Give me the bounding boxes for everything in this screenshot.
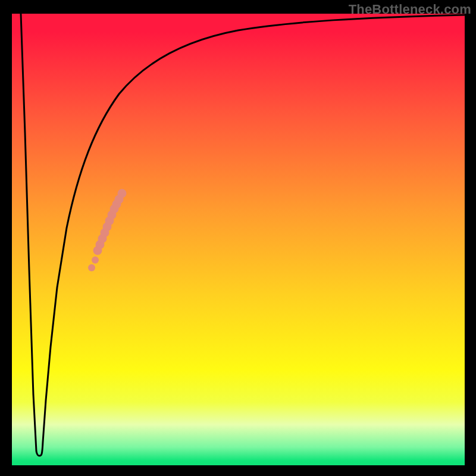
highlight-segment bbox=[88, 189, 127, 272]
plot-area bbox=[12, 14, 465, 465]
svg-point-12 bbox=[118, 189, 127, 198]
svg-point-1 bbox=[92, 256, 99, 264]
bottleneck-curve bbox=[21, 14, 465, 456]
chart-container: TheBottleneck.com bbox=[0, 0, 476, 476]
curve-svg bbox=[12, 14, 465, 465]
svg-point-0 bbox=[88, 264, 95, 271]
